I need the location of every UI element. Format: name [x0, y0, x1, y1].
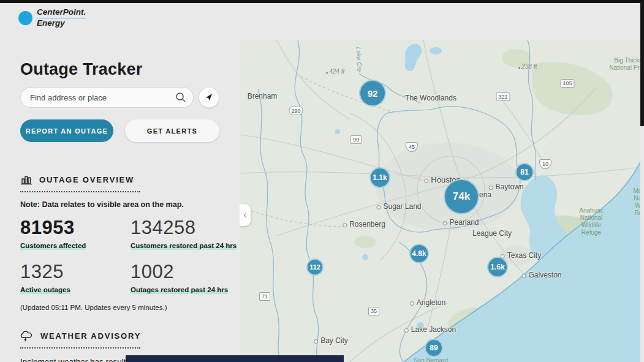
- city-label-baytown: Baytown: [488, 183, 523, 191]
- highway-shield-321: 321: [496, 92, 510, 101]
- top-border: [0, 0, 644, 3]
- get-alerts-button[interactable]: GET ALERTS: [125, 119, 219, 142]
- logo-text: CenterPoint. Energy: [37, 8, 86, 28]
- outage-sidebar: Outage Tracker REPORT AN OUTAGE GET ALER…: [0, 40, 240, 362]
- outage-cluster-89[interactable]: 89: [425, 339, 443, 357]
- city-label-bay-city: Bay City: [314, 336, 348, 345]
- divider: [20, 347, 140, 349]
- stat-label: Customers affected: [20, 242, 86, 250]
- lake-creek-label: Lake Cre: [355, 47, 363, 72]
- search-input[interactable]: [20, 87, 194, 108]
- stat-customers-affected: 81953 Customers affected: [20, 217, 131, 250]
- weather-advisory-title: WEATHER ADVISORY: [40, 331, 141, 341]
- city-label-angleton: Angleton: [410, 298, 445, 307]
- stat-active-outages: 1325 Active outages: [20, 261, 131, 294]
- stat-value: 81953: [20, 217, 131, 239]
- bar-chart-icon: [20, 173, 32, 186]
- outage-cluster-81[interactable]: 81: [515, 163, 534, 181]
- highway-shield-99: 99: [350, 135, 362, 144]
- outage-cluster-74k[interactable]: 74k: [444, 179, 479, 214]
- park-label: McFaNatioWildRefu: [634, 187, 641, 217]
- stat-customers-restored: 134258 Customers restored past 24 hrs: [131, 217, 237, 250]
- search-icon[interactable]: [175, 92, 186, 103]
- city-label-pearland: Pearland: [442, 218, 479, 227]
- city-label-sugar-land: Sugar Land: [376, 202, 421, 211]
- city-label-lake-jackson: Lake Jackson: [404, 325, 456, 334]
- report-outage-button[interactable]: REPORT AN OUTAGE: [20, 119, 113, 142]
- outage-cluster-1.6k[interactable]: 1.6k: [487, 257, 508, 277]
- elevation-label: 424 ft: [326, 68, 345, 75]
- locate-me-button[interactable]: [199, 87, 219, 108]
- outage-map[interactable]: Lake Cre ‹ BrenhamThe WoodlandsHoustonBa…: [240, 40, 640, 362]
- outage-stats: 81953 Customers affected 134258 Customer…: [20, 217, 219, 294]
- highway-shield-105: 105: [560, 79, 574, 88]
- highway-shield-71: 71: [259, 292, 270, 301]
- logo-circle-icon: [18, 11, 32, 25]
- centerpoint-logo[interactable]: CenterPoint. Energy: [18, 8, 86, 28]
- page-title: Outage Tracker: [20, 60, 219, 79]
- city-label-rosenberg: Rosenberg: [343, 220, 385, 228]
- park-label: Big ThicketNational Prese: [609, 57, 640, 72]
- logo-line1: CenterPoint.: [37, 8, 86, 19]
- logo-line2: Energy: [37, 18, 65, 28]
- city-label-the-woodlands: The Woodlands: [405, 94, 456, 102]
- outage-overview-header: OUTAGE OVERVIEW: [20, 173, 219, 186]
- bottom-banner: [126, 355, 344, 362]
- last-updated-text: (Updated 05:11 PM. Updates every 5 minut…: [20, 304, 219, 311]
- map-data-note: Note: Data relates to visible area on th…: [20, 200, 219, 209]
- city-label-texas-city: Texas City: [501, 251, 541, 260]
- city-label-galveston: Galveston: [521, 271, 561, 279]
- weather-advisory-header: WEATHER ADVISORY: [20, 330, 219, 342]
- park-label: San Bernard: [414, 357, 448, 362]
- city-label-brenham: Brenham: [248, 92, 278, 100]
- chevron-left-icon: ‹: [243, 209, 246, 221]
- search-box: [20, 87, 194, 108]
- elevation-label: 238 ft: [518, 63, 537, 70]
- stat-outages-restored: 1002 Outages restored past 24 hrs: [131, 261, 237, 294]
- park-label: AnahuacNationalWildlifeRefuge: [579, 207, 603, 236]
- stat-label: Outages restored past 24 hrs: [131, 286, 228, 294]
- stat-value: 134258: [131, 217, 237, 239]
- city-label-league-city: League City: [472, 229, 512, 238]
- outage-cluster-4.8k[interactable]: 4.8k: [409, 244, 429, 263]
- highway-shield-290: 290: [289, 107, 303, 115]
- stat-value: 1002: [131, 261, 237, 283]
- sidebar-collapse-button[interactable]: ‹: [240, 204, 251, 226]
- stat-value: 1325: [20, 261, 131, 283]
- storm-cloud-icon: [20, 330, 34, 342]
- map-basemap: [240, 40, 640, 362]
- scrollbar-thumb[interactable]: [640, 0, 644, 126]
- stat-label: Active outages: [20, 286, 70, 294]
- outage-overview-title: OUTAGE OVERVIEW: [39, 175, 134, 184]
- outage-cluster-112[interactable]: 112: [306, 258, 324, 276]
- outage-cluster-1.1k[interactable]: 1.1k: [369, 167, 390, 188]
- navigation-arrow-icon: [204, 92, 214, 102]
- stat-label: Customers restored past 24 hrs: [131, 242, 237, 250]
- divider: [20, 191, 140, 192]
- highway-shield-35: 35: [368, 307, 379, 315]
- outage-cluster-92[interactable]: 92: [359, 80, 386, 107]
